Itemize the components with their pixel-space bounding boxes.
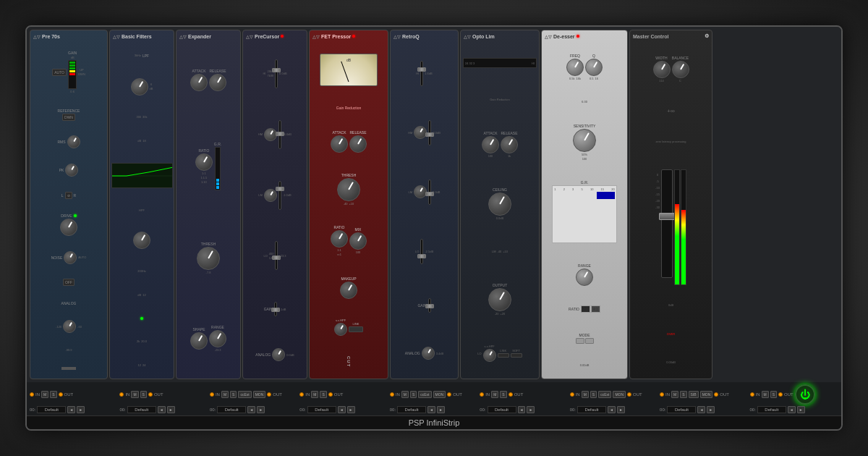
bf-lpf-knob[interactable]	[131, 78, 148, 96]
pre70s-pk-knob[interactable]	[65, 164, 78, 177]
fet-m-btn[interactable]: M	[401, 391, 409, 398]
preset-opto-prev[interactable]: ◄	[608, 406, 616, 413]
preset-pre-next[interactable]: ►	[347, 406, 355, 413]
opto-mon-btn[interactable]: MON	[613, 391, 626, 398]
fet-attack-knob[interactable]	[331, 135, 348, 153]
de-s-btn[interactable]: S	[680, 391, 686, 398]
opto-soft-btn[interactable]	[511, 353, 522, 358]
rq-hi-fader[interactable]	[420, 61, 423, 86]
rq-s-btn[interactable]: S	[500, 391, 506, 398]
pre70s-noise-knob[interactable]	[64, 251, 77, 264]
exp-range-knob[interactable]	[209, 330, 226, 347]
exp-s-btn[interactable]: S	[230, 391, 237, 398]
pre-lo-fader[interactable]	[275, 241, 278, 270]
fet-ratio-knob[interactable]	[331, 230, 348, 248]
pre-analog-knob[interactable]	[272, 348, 285, 361]
master-s-btn[interactable]: S	[770, 391, 777, 398]
master-m-btn[interactable]: M	[762, 391, 769, 398]
opto-attack-knob[interactable]	[482, 136, 499, 153]
rq-lo-fader[interactable]	[420, 239, 423, 264]
expander-arrows[interactable]: △▽	[179, 34, 187, 39]
exp-ccext-btn[interactable]: ccExt	[238, 391, 251, 398]
master-fader-thumb[interactable]	[659, 213, 675, 220]
de-m-btn[interactable]: M	[671, 391, 678, 398]
preset-rq-next[interactable]: ►	[527, 406, 535, 413]
preset-exp-next[interactable]: ►	[257, 406, 265, 413]
bf-m-btn[interactable]: M	[131, 391, 138, 398]
master-gear-icon[interactable]: ⚙	[705, 33, 709, 39]
exp-mon-btn[interactable]: MON	[253, 391, 266, 398]
pre-hi-fader[interactable]	[275, 59, 278, 88]
preset-rq-prev[interactable]: ◄	[518, 406, 526, 413]
opto-release-knob[interactable]	[501, 136, 518, 153]
bf-hpf-knob[interactable]	[133, 232, 150, 249]
opto-ccext-btn[interactable]: ccExt	[598, 391, 611, 398]
pre70s-s-btn[interactable]: S	[50, 391, 56, 398]
exp-attack-knob[interactable]	[190, 74, 208, 91]
fet-arrows[interactable]: △▽	[312, 34, 320, 39]
exp-m-btn[interactable]: M	[221, 391, 229, 398]
pre70s-rms-knob[interactable]	[67, 135, 80, 148]
preset-pre-prev[interactable]: ◄	[338, 406, 346, 413]
preset-bf-next[interactable]: ►	[167, 406, 175, 413]
pre70s-dwn-btn[interactable]: DWN	[62, 114, 75, 121]
pre70s-drive-knob[interactable]	[60, 219, 77, 236]
de-q-knob[interactable]	[585, 59, 603, 76]
rq-gain-fader[interactable]	[428, 298, 431, 313]
rq-lm-fader[interactable]	[428, 180, 431, 205]
pre-hm-fader[interactable]	[278, 120, 281, 149]
opto-schpf-knob[interactable]	[483, 349, 496, 362]
de-mode-btn2[interactable]	[585, 338, 594, 344]
bf-s-btn[interactable]: S	[140, 391, 147, 398]
opto-s-btn[interactable]: S	[590, 391, 597, 398]
fet-release-knob[interactable]	[349, 135, 367, 153]
pre70s-off-btn[interactable]: OFF	[63, 279, 75, 286]
opto-m-btn[interactable]: M	[582, 391, 589, 398]
opto-arrows[interactable]: △▽	[464, 34, 471, 39]
preset-opto-next[interactable]: ►	[617, 406, 625, 413]
master-power-btn[interactable]: ⏻	[795, 384, 815, 405]
master-balance-knob[interactable]	[672, 61, 689, 78]
de-sib-btn[interactable]: SIB	[689, 391, 699, 398]
fet-mix-knob[interactable]	[349, 232, 367, 250]
retroq-arrows[interactable]: △▽	[393, 34, 401, 39]
preset-pre70s-prev[interactable]: ◄	[67, 406, 75, 413]
rq-hm-fader[interactable]	[428, 120, 431, 145]
exp-thresh-knob[interactable]	[197, 247, 220, 270]
opto-ceiling-knob[interactable]	[488, 193, 511, 216]
preset-master-next[interactable]: ►	[797, 406, 805, 413]
pre70s-analog-knob[interactable]	[63, 320, 76, 333]
preset-master-prev[interactable]: ◄	[788, 406, 796, 413]
de-range-knob[interactable]	[576, 269, 593, 286]
precursor-arrows[interactable]: △▽	[246, 34, 253, 39]
de-ratio-2-1[interactable]: 2:1	[581, 305, 590, 313]
preset-fet-prev[interactable]: ◄	[427, 406, 435, 413]
fet-thresh-knob[interactable]	[337, 178, 360, 201]
preset-de-next[interactable]: ►	[707, 406, 715, 413]
fet-makeup-knob[interactable]	[340, 282, 357, 299]
preset-de-prev[interactable]: ◄	[697, 406, 705, 413]
pre70s-m-btn[interactable]: M	[41, 391, 48, 398]
pre70s-arrows[interactable]: △▽	[33, 34, 41, 39]
pre70s-auto-btn[interactable]: AUTO	[52, 69, 67, 76]
exp-shape-knob[interactable]	[190, 332, 208, 350]
pre-lm-fader[interactable]	[278, 181, 281, 210]
basic-filters-arrows[interactable]: △▽	[113, 34, 120, 39]
de-ratio-4-1[interactable]: 4:1	[591, 305, 600, 313]
fet-mon-btn[interactable]: MON	[433, 391, 446, 398]
preset-pre70s-next[interactable]: ►	[77, 406, 85, 413]
de-mode-btn1[interactable]	[576, 338, 584, 344]
pre-gain-fader[interactable]	[274, 302, 277, 316]
pre-m-btn[interactable]: M	[311, 391, 318, 398]
preset-fet-next[interactable]: ►	[437, 406, 445, 413]
pre-s-btn[interactable]: S	[320, 391, 326, 398]
opto-link-btn[interactable]	[498, 353, 509, 358]
pre70s-mono-btn[interactable]: ⊘	[65, 192, 72, 199]
de-freq-knob[interactable]	[566, 59, 584, 76]
fet-schpf-knob[interactable]	[334, 323, 347, 336]
exp-ratio-knob[interactable]	[195, 153, 213, 171]
preset-bf-prev[interactable]: ◄	[158, 406, 166, 413]
de-mon-btn[interactable]: MON	[700, 391, 713, 398]
opto-output-knob[interactable]	[488, 288, 511, 311]
rq-m-btn[interactable]: M	[491, 391, 498, 398]
